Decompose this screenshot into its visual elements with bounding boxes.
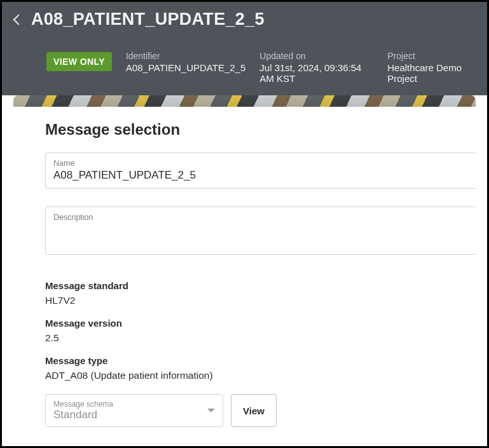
- content: Message selection Name A08_PATIENT_UPDAT…: [13, 107, 476, 446]
- message-standard-label: Message standard: [45, 280, 476, 291]
- meta-row: VIEW ONLY Identifier A08_PATIEN_UPDATE_2…: [15, 51, 474, 84]
- message-schema-select[interactable]: Message schema Standard: [45, 394, 223, 427]
- description-label: Description: [53, 213, 468, 222]
- header: A08_PATIENT_UPDATE_2_5 VIEW ONLY Identif…: [2, 2, 487, 95]
- identifier-label: Identifier: [126, 51, 245, 61]
- section-title: Message selection: [45, 121, 476, 139]
- back-chevron-icon[interactable]: [13, 14, 24, 25]
- project-value: Healthcare Demo Project: [387, 62, 474, 84]
- title-row: A08_PATIENT_UPDATE_2_5: [15, 10, 474, 29]
- chevron-down-icon: [207, 409, 215, 412]
- updated-block: Updated on Jul 31st, 2024, 09:36:54 AM K…: [259, 51, 373, 84]
- identifier-value: A08_PATIEN_UPDATE_2_5: [126, 62, 245, 73]
- message-standard-group: Message standard HL7V2: [45, 280, 476, 306]
- schema-row: Message schema Standard View: [45, 394, 476, 427]
- description-field: Description: [45, 207, 476, 255]
- message-type-value: ADT_A08 (Update patient information): [45, 370, 476, 381]
- identifier-block: Identifier A08_PATIEN_UPDATE_2_5: [126, 51, 245, 73]
- message-version-label: Message version: [45, 318, 476, 329]
- updated-label: Updated on: [259, 51, 373, 61]
- decorative-strip: [13, 95, 476, 107]
- name-field: Name A08_PATIENT_UPDATE_2_5: [45, 153, 476, 189]
- message-standard-value: HL7V2: [45, 295, 476, 306]
- updated-value: Jul 31st, 2024, 09:36:54 AM KST: [259, 62, 373, 84]
- message-version-group: Message version 2.5: [45, 318, 476, 344]
- message-type-label: Message type: [45, 355, 476, 366]
- name-value: A08_PATIENT_UPDATE_2_5: [53, 169, 468, 182]
- message-schema-value: Standard: [53, 409, 215, 421]
- project-label: Project: [387, 51, 474, 61]
- message-schema-label: Message schema: [53, 400, 215, 409]
- project-block: Project Healthcare Demo Project: [387, 51, 474, 84]
- view-only-badge: VIEW ONLY: [46, 52, 112, 71]
- name-label: Name: [53, 159, 468, 168]
- view-button[interactable]: View: [231, 394, 277, 427]
- page-title: A08_PATIENT_UPDATE_2_5: [31, 10, 265, 29]
- message-version-value: 2.5: [45, 332, 476, 344]
- message-type-group: Message type ADT_A08 (Update patient inf…: [45, 355, 476, 381]
